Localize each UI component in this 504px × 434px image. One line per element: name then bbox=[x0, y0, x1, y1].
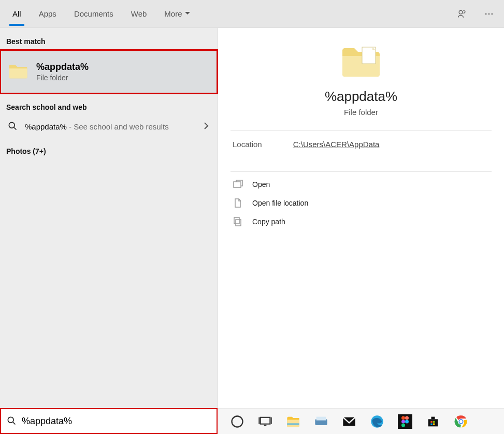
main-area: Best match %appdata% File folder Search … bbox=[0, 28, 504, 408]
action-open[interactable]: Open bbox=[225, 175, 497, 194]
chrome-icon[interactable] bbox=[454, 414, 468, 429]
folder-icon bbox=[8, 61, 28, 82]
svg-point-1 bbox=[485, 13, 487, 15]
svg-line-11 bbox=[13, 422, 15, 424]
search-web-label: Search school and web bbox=[0, 94, 218, 115]
svg-rect-29 bbox=[430, 421, 433, 423]
svg-point-0 bbox=[459, 10, 463, 14]
svg-rect-8 bbox=[236, 220, 241, 226]
search-input[interactable] bbox=[22, 416, 211, 427]
actions-list: Open Open file location Copy path bbox=[218, 172, 504, 234]
search-tabs-bar: All Apps Documents Web More bbox=[0, 0, 504, 28]
svg-rect-20 bbox=[316, 416, 326, 420]
svg-rect-9 bbox=[234, 218, 239, 224]
file-explorer-icon[interactable] bbox=[286, 414, 300, 429]
svg-point-24 bbox=[401, 416, 405, 419]
svg-line-5 bbox=[14, 127, 16, 129]
preview-header: %appdata% File folder bbox=[218, 28, 504, 117]
tab-all[interactable]: All bbox=[9, 2, 24, 25]
location-path[interactable]: C:\Users\ACER\AppData bbox=[293, 140, 380, 149]
cortana-icon[interactable] bbox=[230, 414, 244, 429]
svg-point-27 bbox=[405, 419, 409, 423]
folder-icon bbox=[231, 44, 492, 81]
svg-rect-31 bbox=[430, 423, 433, 425]
svg-point-35 bbox=[459, 420, 463, 423]
svg-point-3 bbox=[492, 13, 493, 15]
task-view-icon[interactable] bbox=[258, 414, 272, 429]
search-icon bbox=[6, 415, 17, 427]
edge-icon[interactable] bbox=[370, 414, 384, 429]
svg-rect-7 bbox=[234, 182, 241, 187]
open-icon bbox=[233, 179, 243, 190]
bottom-bar bbox=[0, 408, 504, 434]
file-location-icon bbox=[233, 198, 243, 208]
search-web-item[interactable]: %appdata% - See school and web results bbox=[0, 115, 218, 138]
action-open-label: Open bbox=[252, 180, 270, 189]
tab-apps[interactable]: Apps bbox=[36, 2, 60, 25]
svg-point-12 bbox=[232, 416, 243, 427]
svg-point-4 bbox=[9, 122, 15, 128]
search-icon bbox=[7, 121, 18, 133]
tab-more[interactable]: More bbox=[161, 2, 193, 25]
figma-icon[interactable] bbox=[398, 414, 412, 429]
svg-point-2 bbox=[488, 13, 490, 15]
tab-more-label: More bbox=[164, 9, 182, 18]
search-box[interactable] bbox=[0, 408, 218, 434]
chevron-right-icon bbox=[202, 122, 210, 132]
scanner-icon[interactable] bbox=[314, 414, 328, 429]
best-match-item[interactable]: %appdata% File folder bbox=[0, 50, 218, 94]
taskbar bbox=[218, 408, 504, 434]
search-web-hint: - See school and web results bbox=[67, 122, 169, 131]
action-open-location-label: Open file location bbox=[252, 199, 308, 207]
location-row: Location C:\Users\ACER\AppData bbox=[218, 131, 504, 158]
search-web-query: %appdata% bbox=[25, 122, 67, 131]
svg-point-26 bbox=[401, 419, 405, 423]
photos-label[interactable]: Photos (7+) bbox=[0, 138, 218, 160]
svg-point-25 bbox=[405, 416, 409, 419]
location-label: Location bbox=[233, 140, 262, 149]
best-match-text: %appdata% File folder bbox=[36, 62, 89, 82]
results-pane: Best match %appdata% File folder Search … bbox=[0, 28, 218, 408]
svg-rect-30 bbox=[433, 421, 435, 423]
action-open-file-location[interactable]: Open file location bbox=[225, 194, 497, 212]
preview-pane: %appdata% File folder Location C:\Users\… bbox=[218, 28, 504, 408]
tab-documents[interactable]: Documents bbox=[71, 2, 117, 25]
preview-subtitle: File folder bbox=[231, 108, 492, 117]
copy-icon bbox=[233, 216, 243, 227]
best-match-subtitle: File folder bbox=[36, 74, 89, 82]
svg-rect-13 bbox=[261, 417, 270, 424]
microsoft-store-icon[interactable] bbox=[426, 414, 440, 429]
best-match-label: Best match bbox=[0, 28, 218, 50]
svg-rect-18 bbox=[287, 423, 299, 424]
more-options-icon[interactable] bbox=[480, 5, 498, 23]
best-match-title: %appdata% bbox=[36, 62, 89, 73]
svg-point-28 bbox=[401, 423, 405, 427]
action-copy-path[interactable]: Copy path bbox=[225, 212, 497, 231]
chevron-down-icon bbox=[184, 9, 191, 18]
search-web-text: %appdata% - See school and web results bbox=[25, 122, 195, 131]
mail-icon[interactable] bbox=[342, 414, 356, 429]
topbar-right bbox=[453, 0, 498, 27]
feedback-icon[interactable] bbox=[453, 5, 471, 23]
svg-point-10 bbox=[8, 417, 13, 423]
preview-title: %appdata% bbox=[231, 89, 492, 105]
svg-rect-32 bbox=[433, 423, 435, 425]
action-copy-path-label: Copy path bbox=[252, 218, 285, 226]
tab-web[interactable]: Web bbox=[128, 2, 150, 25]
tabs: All Apps Documents Web More bbox=[5, 2, 194, 25]
